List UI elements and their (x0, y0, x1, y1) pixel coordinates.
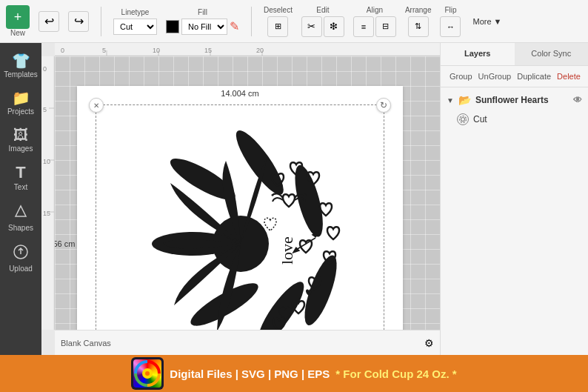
left-sidebar: 👕 Templates 📁 Projects 🖼 Images T Text S… (0, 43, 41, 355)
projects-icon: 📁 (12, 90, 30, 105)
align-button2[interactable]: ⊟ (375, 16, 396, 37)
linetype-label: Linetype (121, 8, 150, 16)
width-label-text: 14.004 cm (221, 89, 258, 98)
text-icon: T (16, 165, 25, 181)
sidebar-item-projects[interactable]: 📁 Projects (2, 86, 39, 120)
sidebar-item-text-label: Text (14, 183, 27, 191)
close-handle[interactable]: ✕ (89, 98, 104, 113)
layers-content: ▼ 📂 Sunflower Hearts 👁 Cut (441, 87, 588, 355)
layer-expand-icon: ▼ (447, 96, 454, 104)
edit-group: Edit ✂ ❇ (301, 6, 344, 37)
svg-text:5: 5 (102, 47, 106, 54)
linetype-select[interactable]: Cut Draw Score (113, 19, 157, 35)
sidebar-item-shapes-label: Shapes (8, 224, 33, 232)
more-button[interactable]: More ▼ (470, 16, 504, 27)
redo-button[interactable]: ↪ (68, 11, 89, 32)
main-area: 👕 Templates 📁 Projects 🖼 Images T Text S… (0, 43, 588, 355)
edit-button2[interactable]: ❇ (324, 16, 344, 37)
canvas-workspace[interactable]: 14.004 cm 12.856 cm ✕ ↻ 🔒 ⤢ (55, 56, 440, 330)
fill-pen-icon[interactable]: ✎ (230, 19, 239, 33)
svg-text:10: 10 (43, 158, 50, 165)
canvas-area[interactable]: 0 5 10 15 20 0 5 10 15 (41, 43, 440, 355)
sidebar-item-upload-label: Upload (9, 265, 33, 273)
align-button[interactable]: ≡ (353, 16, 374, 37)
deselect-group: Deselect ⊞ (264, 6, 293, 37)
banner-logo: MICON DESIGNS (131, 357, 164, 390)
banner-text1: Digital Files | SVG | PNG | EPS (170, 368, 330, 380)
layer-sunflower-hearts-name: Sunflower Hearts (475, 95, 569, 105)
canvas-bottom: Blank Canvas ⚙ (55, 330, 440, 355)
layer-cut[interactable]: Cut (441, 110, 588, 129)
banner-logo-inner: MICON DESIGNS (133, 359, 161, 388)
arrange-button[interactable]: ⇅ (408, 16, 429, 37)
bottom-banner: MICON DESIGNS Digital Files | SVG | PNG … (0, 355, 588, 392)
svg-text:20: 20 (256, 47, 264, 54)
new-label: New (10, 29, 25, 37)
flip-group: Flip ↔ (440, 6, 461, 37)
sidebar-item-upload[interactable]: Upload (2, 239, 39, 277)
svg-text:5: 5 (43, 106, 47, 113)
selection-box[interactable]: 14.004 cm 12.856 cm ✕ ↻ 🔒 ⤢ (96, 104, 384, 330)
upload-icon (13, 244, 29, 262)
duplicate-button[interactable]: Duplicate (514, 70, 554, 82)
tab-layers[interactable]: Layers (441, 43, 515, 65)
canvas-settings-btn[interactable]: ⚙ (424, 337, 434, 349)
divider2 (251, 7, 252, 36)
edit-label: Edit (316, 6, 329, 14)
sidebar-item-templates[interactable]: 👕 Templates (2, 49, 39, 83)
more-label: More ▼ (472, 17, 501, 26)
sidebar-item-text[interactable]: T Text (2, 160, 39, 196)
sidebar-item-projects-label: Projects (7, 107, 34, 116)
flip-button[interactable]: ↔ (440, 16, 461, 37)
new-button[interactable]: + New (6, 5, 30, 37)
height-label-text: 12.856 cm (55, 239, 75, 248)
sidebar-item-templates-label: Templates (4, 70, 38, 79)
group-button[interactable]: Group (447, 70, 475, 82)
blank-canvas-label: Blank Canvas (61, 339, 111, 348)
svg-text:10: 10 (153, 47, 160, 54)
ruler-top: 0 5 10 15 20 (55, 43, 440, 56)
ungroup-label: UnGroup (478, 72, 512, 81)
ruler-left: 0 5 10 15 (41, 56, 55, 330)
shapes-icon (13, 203, 29, 222)
layer-sunflower-hearts[interactable]: ▼ 📂 Sunflower Hearts 👁 (441, 90, 588, 110)
layer-visibility-icon[interactable]: 👁 (573, 95, 582, 105)
svg-text:15: 15 (43, 210, 50, 217)
group-label: Group (450, 72, 472, 81)
svg-text:0: 0 (43, 65, 47, 73)
delete-button[interactable]: Delete (554, 70, 584, 82)
layer-gear-icon (457, 113, 469, 125)
tab-color-sync-label: Color Sync (531, 49, 571, 58)
fill-select[interactable]: No Fill Fill (181, 19, 227, 35)
rotate-handle[interactable]: ↻ (376, 98, 391, 113)
tab-layers-label: Layers (464, 49, 490, 58)
svg-text:15: 15 (204, 47, 212, 54)
divider1 (101, 7, 101, 36)
panel-actions: Group UnGroup Duplicate Delete (441, 66, 588, 87)
dimension-height: 12.856 cm (55, 239, 75, 248)
svg-text:0: 0 (61, 47, 64, 54)
ungroup-button[interactable]: UnGroup (475, 70, 515, 82)
svg-point-22 (229, 125, 290, 200)
align-label: Align (367, 6, 383, 14)
svg-point-29 (461, 118, 465, 122)
right-panel: Layers Color Sync Group UnGroup Duplicat… (440, 43, 588, 355)
sidebar-item-images[interactable]: 🖼 Images (2, 123, 39, 157)
svg-point-30 (460, 116, 467, 123)
deselect-button[interactable]: ⊞ (267, 16, 288, 37)
sidebar-item-images-label: Images (9, 144, 33, 153)
fill-color-swatch[interactable] (166, 20, 179, 33)
arrange-group: Arrange ⇅ (405, 6, 432, 37)
toolbar: + New ↩ ↪ Linetype Cut Draw Score Fill N… (0, 0, 588, 43)
layer-cut-name: Cut (473, 114, 582, 124)
svg-point-25 (251, 276, 310, 330)
svg-text:love: love (278, 236, 296, 265)
linetype-group: Linetype Cut Draw Score (113, 8, 157, 35)
design-svg[interactable]: love (107, 116, 374, 330)
edit-button[interactable]: ✂ (301, 16, 322, 37)
sidebar-item-shapes[interactable]: Shapes (2, 199, 39, 236)
flip-label: Flip (444, 6, 456, 14)
align-group: Align ≡ ⊟ (353, 6, 396, 37)
undo-button[interactable]: ↩ (39, 11, 59, 32)
tab-color-sync[interactable]: Color Sync (515, 43, 589, 65)
